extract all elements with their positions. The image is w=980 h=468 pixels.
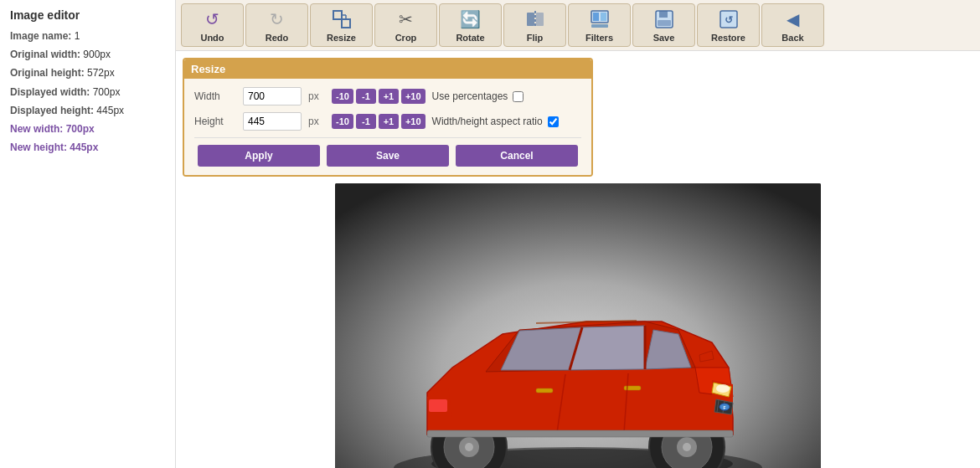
image-name-label: Image name: [10,30,71,42]
image-container: F [183,183,973,468]
undo-icon: ↺ [205,8,219,31]
use-percentages-area: Use percentages [432,90,524,102]
original-width-label: Original width: [10,49,80,60]
svg-rect-9 [601,13,606,21]
displayed-width-label: Displayed width: [10,86,90,98]
svg-text:↺: ↺ [725,14,733,26]
width-label: Width [194,90,236,102]
height-unit: px [308,116,325,127]
car-image: F [335,183,821,468]
car-svg: F [335,183,821,468]
svg-rect-13 [658,20,671,26]
resize-icon [331,8,353,31]
width-minus10-button[interactable]: -10 [332,89,353,104]
svg-point-29 [716,384,730,393]
content-area: Resize Width px -10 -1 +1 +10 [176,51,980,468]
flip-icon [524,8,546,31]
height-adjust-buttons: -10 -1 +1 +10 [332,114,426,129]
width-input[interactable] [243,87,302,105]
width-plus1-button[interactable]: +1 [379,89,399,104]
filters-label: Filters [585,33,613,43]
back-label: Back [781,33,803,43]
resize-panel: Resize Width px -10 -1 +1 +10 [183,58,593,177]
rotate-icon: 🔄 [460,8,481,31]
crop-icon: ✂ [399,8,413,31]
undo-button[interactable]: ↺ Undo [181,3,244,47]
sidebar: Image editor Image name: 1 Original widt… [0,0,176,468]
resize-panel-header: Resize [184,59,591,79]
filters-button[interactable]: Filters [568,3,631,47]
width-row: Width px -10 -1 +1 +10 Use percentages [194,87,581,105]
sidebar-title: Image editor [10,8,165,22]
svg-rect-0 [333,11,342,19]
save-button[interactable]: Save [632,3,695,47]
height-plus1-button[interactable]: +1 [379,114,399,129]
displayed-height-value: 445px [96,105,124,116]
new-height-row: New height: 445px [10,140,165,156]
rotate-label: Rotate [456,33,484,43]
width-adjust-buttons: -10 -1 +1 +10 [332,89,426,104]
original-width-value: 900px [83,49,111,60]
aspect-ratio-checkbox[interactable] [548,116,559,127]
resize-actions: Apply Save Cancel [194,137,581,167]
original-height-label: Original height: [10,67,85,79]
rotate-button[interactable]: 🔄 Rotate [439,3,502,47]
svg-rect-4 [527,13,534,26]
svg-rect-38 [429,399,447,412]
back-icon: ◀ [787,8,799,31]
restore-label: Restore [711,33,745,43]
new-height-label: New height: [10,141,67,153]
width-minus1-button[interactable]: -1 [356,89,376,104]
back-button[interactable]: ◀ Back [761,3,824,47]
svg-point-22 [465,443,473,451]
height-input[interactable] [243,112,302,131]
use-percentages-label: Use percentages [432,90,508,102]
original-height-value: 572px [87,67,115,79]
svg-text:F: F [723,405,725,410]
original-width-row: Original width: 900px [10,47,165,63]
crop-label: Crop [395,33,417,43]
width-plus10-button[interactable]: +10 [401,89,426,104]
flip-button[interactable]: Flip [503,3,566,47]
resize-panel-body: Width px -10 -1 +1 +10 Use percentages [184,79,591,175]
image-name-value: 1 [75,30,80,42]
new-width-label: New width: [10,123,63,135]
svg-rect-40 [427,430,733,437]
redo-icon: ↻ [270,8,284,31]
height-row: Height px -10 -1 +1 +10 Width/height asp… [194,112,581,131]
svg-rect-34 [536,388,553,393]
use-percentages-checkbox[interactable] [513,91,524,102]
restore-button[interactable]: ↺ Restore [697,3,760,47]
apply-button[interactable]: Apply [198,145,320,167]
undo-label: Undo [200,33,224,43]
crop-button[interactable]: ✂ Crop [374,3,437,47]
original-height-row: Original height: 572px [10,65,165,81]
svg-rect-1 [342,19,350,28]
filters-icon [589,8,611,31]
new-width-row: New width: 700px [10,121,165,137]
redo-button[interactable]: ↻ Redo [245,3,308,47]
height-minus10-button[interactable]: -10 [332,114,353,129]
resize-button[interactable]: Resize [310,3,373,47]
resize-label: Resize [327,33,356,43]
svg-rect-10 [591,24,608,28]
image-name-row: Image name: 1 [10,28,165,44]
cancel-button[interactable]: Cancel [456,145,578,167]
height-minus1-button[interactable]: -1 [356,114,376,129]
displayed-height-row: Displayed height: 445px [10,103,165,119]
width-unit: px [308,90,325,102]
svg-rect-12 [659,11,668,18]
displayed-height-label: Displayed height: [10,105,94,116]
height-label: Height [194,116,236,127]
displayed-width-row: Displayed width: 700px [10,85,165,100]
restore-icon: ↺ [718,8,740,31]
toolbar: ↺ Undo ↻ Redo Resize ✂ [176,0,980,51]
svg-rect-8 [593,13,599,21]
redo-label: Redo [266,33,289,43]
new-height-value: 445px [70,141,98,153]
resize-save-button[interactable]: Save [327,145,449,167]
svg-rect-5 [536,13,544,26]
height-plus10-button[interactable]: +10 [401,114,426,129]
main-area: ↺ Undo ↻ Redo Resize ✂ [176,0,980,468]
new-width-value: 700px [66,123,95,135]
